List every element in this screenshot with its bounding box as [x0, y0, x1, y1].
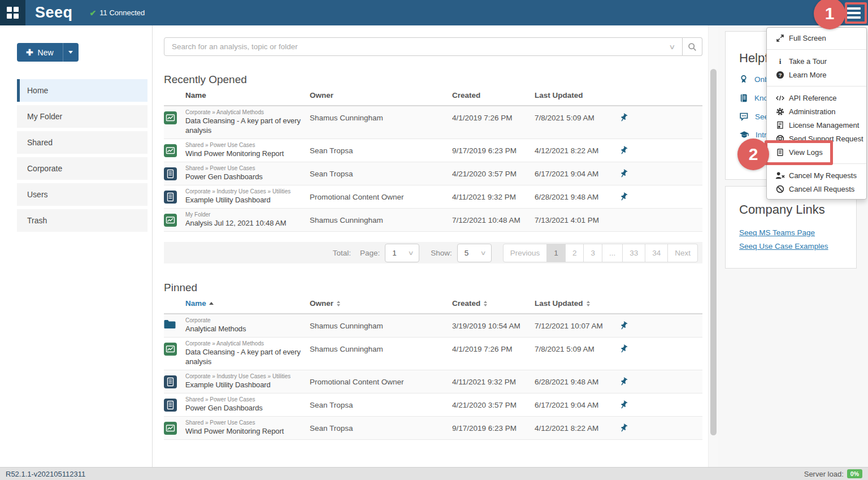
item-name[interactable]: Analytical Methods — [185, 324, 307, 337]
item-updated: 4/12/2021 8:22 AM — [535, 139, 619, 162]
pin-icon[interactable] — [619, 194, 628, 204]
column-owner-sort[interactable]: Owner — [310, 299, 452, 308]
pin-icon[interactable] — [619, 346, 628, 356]
connection-status[interactable]: ✔11 Connected — [90, 8, 145, 18]
item-path: Corporate » Industry Use Cases » Utiliti… — [185, 373, 307, 380]
item-updated: 4/12/2021 8:22 AM — [535, 417, 619, 439]
company-link[interactable]: Seeq MS Teams Page — [739, 228, 856, 237]
item-created: 4/21/2020 3:57 PM — [452, 393, 535, 416]
pin-icon[interactable] — [619, 115, 628, 124]
search-button[interactable] — [683, 37, 702, 56]
column-last-updated-sort[interactable]: Last Updated — [535, 299, 619, 308]
topic-icon — [164, 399, 185, 412]
table-row[interactable]: Shared » Power Use CasesWind Power Monit… — [164, 139, 702, 162]
table-row[interactable]: Corporate » Industry Use Cases » Utiliti… — [164, 370, 702, 393]
page-button-...[interactable]: ... — [602, 244, 623, 262]
recently-opened-table: Corporate » Analytical MethodsData Clean… — [164, 106, 702, 232]
item-owner: Sean Tropsa — [310, 139, 452, 162]
left-sidebar: ✚New HomeMy FolderSharedCorporateUsersTr… — [0, 25, 153, 467]
sidebar-item-corporate[interactable]: Corporate — [17, 157, 147, 180]
menu-item-administration[interactable]: Administration — [767, 105, 866, 118]
table-row[interactable]: Corporate » Analytical MethodsData Clean… — [164, 338, 702, 370]
new-button[interactable]: ✚New — [17, 43, 79, 62]
table-row[interactable]: CorporateAnalytical Methods Shamus Cunni… — [164, 314, 702, 338]
table-row[interactable]: Corporate » Analytical MethodsData Clean… — [164, 106, 702, 139]
item-name[interactable]: Wind Power Monitoring Report — [185, 426, 307, 439]
show-select[interactable]: 5∨ — [457, 244, 492, 262]
menu-item-take-a-tour[interactable]: iTake a Tour — [767, 54, 866, 68]
sidebar-item-home[interactable]: Home — [17, 79, 147, 102]
search-icon — [688, 42, 697, 51]
item-created: 4/21/2020 3:57 PM — [452, 162, 535, 185]
table-row[interactable]: Shared » Power Use CasesWind Power Monit… — [164, 417, 702, 440]
new-dropdown-toggle[interactable] — [63, 43, 79, 62]
pin-icon[interactable] — [619, 425, 628, 435]
item-path: Corporate » Industry Use Cases » Utiliti… — [185, 188, 307, 195]
table-row[interactable]: Shared » Power Use CasesPower Gen Dashbo… — [164, 162, 702, 185]
item-name[interactable]: Example Utility Dashboard — [185, 195, 307, 208]
table-row[interactable]: Corporate » Industry Use Cases » Utiliti… — [164, 185, 702, 209]
table-row[interactable]: My FolderAnalysis Jul 12, 2021 10:48 AM … — [164, 209, 702, 232]
sidebar-item-my-folder[interactable]: My Folder — [17, 105, 147, 128]
check-icon: ✔ — [90, 8, 97, 18]
chat-icon — [739, 112, 749, 121]
item-path: Corporate — [185, 317, 307, 324]
pin-icon[interactable] — [619, 379, 628, 388]
menu-item-cancel-all-requests[interactable]: Cancel All Requests — [767, 182, 866, 196]
search-input[interactable]: Search for an analysis, topic or folder∨ — [164, 37, 683, 56]
page-button-next[interactable]: Next — [667, 244, 698, 262]
item-name[interactable]: Example Utility Dashboard — [185, 380, 307, 393]
scrollbar-thumb[interactable] — [710, 69, 717, 435]
sort-icon — [484, 301, 487, 306]
page-select[interactable]: 1∨ — [385, 244, 419, 262]
page-button-3[interactable]: 3 — [583, 244, 602, 262]
pin-icon[interactable] — [619, 402, 628, 412]
item-name[interactable]: Analysis Jul 12, 2021 10:48 AM — [185, 218, 307, 231]
pin-icon[interactable] — [619, 323, 628, 332]
seeq-logo[interactable]: Seeq — [35, 0, 73, 25]
company-link[interactable]: Seeq Use Case Examples — [739, 242, 856, 250]
column-name-sort[interactable]: Name — [185, 299, 310, 308]
info-icon: i — [776, 57, 784, 66]
total-label: Total: — [333, 249, 351, 257]
pin-icon[interactable] — [619, 148, 628, 157]
item-name[interactable]: Power Gen Dashboards — [185, 403, 307, 416]
search-dropdown-chevron-icon[interactable]: ∨ — [669, 43, 675, 51]
column-created: Created — [452, 91, 535, 100]
item-owner: Shamus Cunningham — [310, 209, 452, 231]
menu-item-full-screen[interactable]: Full Screen — [767, 31, 866, 45]
page-button-33[interactable]: 33 — [622, 244, 645, 262]
item-name[interactable]: Wind Power Monitoring Report — [185, 149, 307, 162]
pager: Previous123...3334Next — [503, 244, 698, 262]
recently-opened-title: Recently Opened — [164, 73, 702, 86]
menu-item-license-management[interactable]: License Management — [767, 118, 866, 132]
column-created-sort[interactable]: Created — [452, 299, 535, 308]
sidebar-item-users[interactable]: Users — [17, 183, 147, 206]
item-name[interactable]: Power Gen Dashboards — [185, 172, 307, 185]
item-name[interactable]: Data Cleansing - A key part of every ana… — [185, 116, 307, 139]
pin-icon[interactable] — [619, 171, 628, 180]
page-button-34[interactable]: 34 — [645, 244, 668, 262]
table-row[interactable]: Shared » Power Use CasesPower Gen Dashbo… — [164, 393, 702, 417]
page-label: Page: — [360, 249, 380, 257]
item-owner: Promotional Content Owner — [310, 370, 452, 393]
page-button-previous[interactable]: Previous — [503, 244, 548, 262]
menu-item-api-reference[interactable]: API Reference — [767, 91, 866, 105]
page-button-2[interactable]: 2 — [565, 244, 584, 262]
item-updated: 6/28/2021 9:48 AM — [535, 185, 619, 208]
pinned-header: Name Owner Created Last Updated — [164, 294, 702, 314]
item-owner: Sean Tropsa — [310, 162, 452, 185]
sidebar-item-trash[interactable]: Trash — [17, 209, 147, 232]
app-grid-button[interactable] — [0, 0, 25, 25]
page-button-1[interactable]: 1 — [546, 244, 566, 262]
menu-item-cancel-my-requests[interactable]: Cancel My Requests — [767, 168, 866, 182]
column-last-updated: Last Updated — [535, 91, 619, 100]
sidebar-item-shared[interactable]: Shared — [17, 131, 147, 154]
item-path: Corporate » Analytical Methods — [185, 340, 307, 347]
annotation-view-logs-highlight — [765, 140, 833, 165]
menu-item-learn-more[interactable]: ?Learn More — [767, 68, 866, 81]
item-name[interactable]: Data Cleansing - A key part of every ana… — [185, 347, 307, 370]
book-icon — [739, 93, 748, 103]
item-path: Corporate » Analytical Methods — [185, 109, 307, 116]
column-name: Name — [185, 91, 310, 100]
